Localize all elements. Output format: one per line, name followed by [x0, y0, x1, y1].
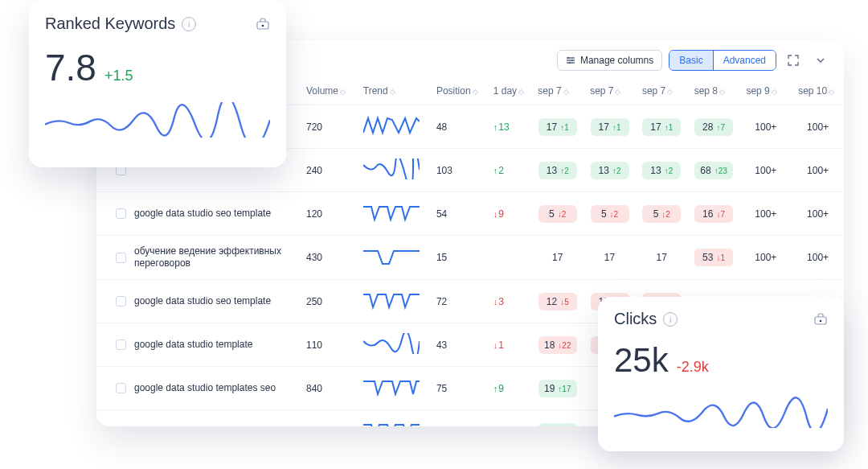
row-checkbox[interactable]: [116, 383, 126, 393]
history-cell: 18↓22: [531, 323, 583, 367]
one-day-cell: ↓9: [487, 192, 532, 236]
position-cell: 43: [430, 323, 487, 367]
col-volume[interactable]: Volume◇: [300, 77, 357, 105]
history-cell: 100+: [739, 236, 792, 280]
volume-cell: 250: [300, 280, 357, 323]
chevron-down-icon[interactable]: [810, 50, 831, 71]
col-hist-5[interactable]: sep 10◇: [792, 77, 844, 105]
position-cell: 75: [430, 410, 487, 427]
row-checkbox[interactable]: [116, 253, 126, 263]
history-cell: 100+: [739, 149, 792, 192]
history-cell: 13↑2: [636, 149, 688, 192]
expand-icon[interactable]: [783, 50, 804, 71]
history-cell: 100+: [739, 105, 792, 149]
col-trend[interactable]: Trend◇: [357, 77, 430, 105]
briefcase-icon: [813, 312, 828, 327]
history-cell: 100+: [792, 105, 844, 149]
col-one-day[interactable]: 1 day◇: [487, 77, 532, 105]
volume-cell: 720: [300, 105, 357, 149]
clicks-delta: -2.9k: [677, 359, 709, 376]
row-checkbox[interactable]: [116, 339, 126, 350]
clicks-value: 25k: [614, 341, 669, 380]
history-cell: 17↑1: [583, 105, 636, 149]
keyword-text: google data studio templates seo: [134, 382, 276, 394]
volume-cell: 250: [300, 410, 357, 427]
clicks-card: Clicks i 25k -2.9k: [598, 297, 844, 451]
volume-cell: 120: [300, 192, 357, 236]
history-cell: 100+: [739, 192, 792, 236]
row-checkbox[interactable]: [116, 296, 126, 306]
row-checkbox[interactable]: [116, 208, 126, 219]
position-cell: 103: [430, 149, 487, 192]
clicks-title: Clicks i: [614, 310, 678, 328]
ranked-keywords-sparkline: [45, 102, 270, 138]
history-cell: 17↑1: [531, 105, 583, 149]
keyword-cell: google data studio template: [116, 339, 293, 351]
volume-cell: 430: [300, 236, 357, 280]
col-hist-4[interactable]: sep 9◇: [739, 77, 792, 105]
history-cell: 53↓1: [688, 236, 740, 280]
view-toggle: Basic Advanced: [669, 50, 776, 71]
history-cell: 17: [636, 236, 688, 280]
position-cell: 75: [430, 367, 487, 410]
keyword-text: обучение ведение эффективных переговоров: [134, 245, 293, 269]
keyword-cell: google data studio templates seo: [116, 382, 293, 394]
col-hist-0[interactable]: sep 7◇: [531, 77, 583, 105]
trend-cell: [357, 367, 430, 410]
one-day-cell: [487, 236, 532, 280]
trend-cell: [357, 323, 430, 367]
history-cell: 100+: [792, 149, 844, 192]
position-cell: 15: [430, 236, 487, 280]
info-icon[interactable]: i: [663, 312, 678, 327]
history-cell: 13↑2: [583, 149, 636, 192]
keyword-text: google data studio templates seo: [134, 426, 276, 426]
volume-cell: 840: [300, 367, 357, 410]
briefcase-icon: [256, 17, 270, 31]
keyword-text: google data studio template: [134, 339, 252, 351]
one-day-cell: ↑2: [487, 149, 532, 192]
sliders-icon: [566, 56, 575, 65]
history-cell: 12↓5: [531, 280, 583, 323]
ranked-keywords-title: Ranked Keywords i: [45, 14, 196, 33]
one-day-cell: ↓1: [487, 323, 532, 367]
ranked-keywords-value: 7.8: [45, 46, 96, 89]
keyword-cell: google data studio seo template: [116, 208, 293, 220]
clicks-sparkline: [614, 393, 828, 428]
col-hist-1[interactable]: sep 7◇: [583, 77, 636, 105]
svg-point-2: [569, 62, 571, 64]
trend-cell: [357, 192, 430, 236]
trend-cell: [357, 149, 430, 192]
svg-point-4: [262, 24, 264, 27]
position-cell: 72: [430, 280, 487, 323]
col-hist-2[interactable]: sep 7◇: [636, 77, 688, 105]
one-day-cell: ↓3: [487, 280, 532, 323]
svg-point-1: [571, 60, 573, 61]
info-icon[interactable]: i: [182, 17, 196, 31]
volume-cell: 110: [300, 323, 357, 367]
history-cell: 17↑1: [531, 410, 583, 427]
ranked-keywords-delta: +1.5: [104, 68, 133, 84]
manage-columns-label: Manage columns: [580, 55, 653, 66]
one-day-cell: ↑13: [487, 105, 532, 149]
manage-columns-button[interactable]: Manage columns: [557, 50, 662, 71]
volume-cell: 240: [300, 149, 357, 192]
col-position[interactable]: Position◇: [430, 77, 487, 105]
col-hist-3[interactable]: sep 8◇: [688, 77, 740, 105]
ranked-keywords-card: Ranked Keywords i 7.8 +1.5: [29, 0, 286, 167]
history-cell: 5↓2: [636, 192, 688, 236]
svg-point-6: [820, 319, 822, 322]
history-cell: 5↓2: [531, 192, 583, 236]
history-cell: 16↓7: [688, 192, 740, 236]
keyword-cell: обучение ведение эффективных переговоров: [116, 245, 293, 269]
one-day-cell: [487, 410, 532, 427]
history-cell: 17: [583, 236, 636, 280]
trend-cell: [357, 105, 430, 149]
history-cell: 100+: [792, 192, 844, 236]
one-day-cell: ↑9: [487, 367, 532, 410]
basic-toggle[interactable]: Basic: [669, 51, 712, 70]
history-cell: 28↑7: [688, 105, 740, 149]
advanced-toggle[interactable]: Advanced: [713, 51, 776, 70]
history-cell: 17: [531, 236, 583, 280]
keyword-text: google data studio seo template: [134, 295, 271, 307]
keyword-cell: google data studio templates seo: [116, 426, 293, 426]
